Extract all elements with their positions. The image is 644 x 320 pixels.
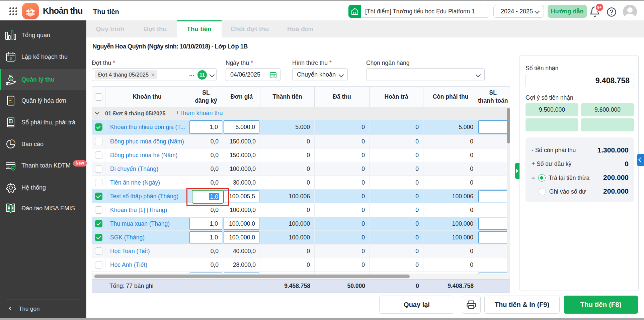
svg-text:$: $ [10, 119, 12, 123]
svg-text:$: $ [9, 56, 12, 61]
